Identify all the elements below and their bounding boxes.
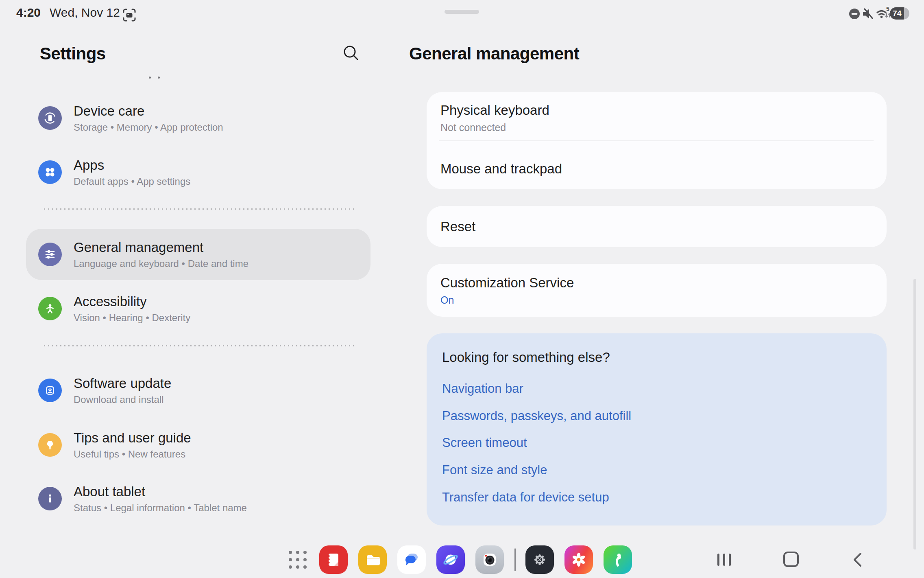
device-care-icon [38,106,62,130]
mouse-trackpad-row[interactable]: Mouse and trackpad [440,161,873,177]
customization-card[interactable]: Customization Service On [427,264,887,317]
app-gallery[interactable] [564,545,593,574]
messages-icon [402,550,421,569]
item-subtitle: Language and keyboard • Date and time [74,258,248,270]
suggestions-card: Looking for something else? Navigation b… [427,333,887,525]
search-icon[interactable] [341,43,361,64]
item-title: Software update [74,375,171,392]
item-title: About tablet [74,484,247,500]
battery-percent: 74 [892,9,901,18]
page-title: General management [409,44,579,63]
home-button[interactable] [783,552,799,567]
item-title: General management [74,239,248,256]
row-title: Mouse and trackpad [440,161,873,177]
screen-capture-icon[interactable] [122,8,137,24]
wifi-icon: 5 [874,6,891,23]
row-title: Reset [440,219,475,234]
app-camera[interactable] [475,545,504,574]
lightbulb-icon [38,433,62,457]
sidebar-item-general-management[interactable]: General management Language and keyboard… [26,229,370,280]
sidebar-item-tips[interactable]: Tips and user guide Useful tips • New fe… [38,425,191,464]
accessibility-icon [38,297,62,320]
sidebar-item-about-tablet[interactable]: About tablet Status • Legal information … [38,479,247,518]
row-title: Customization Service [440,275,873,291]
row-status: On [440,294,873,306]
gear-icon [531,551,549,569]
sidebar-item-accessibility[interactable]: Accessibility Vision • Hearing • Dexteri… [38,289,190,328]
taskbar-divider [514,548,516,571]
link-transfer-data[interactable]: Transfer data for device setup [442,490,609,505]
item-title: Apps [74,157,190,173]
item-subtitle: Storage • Memory • App protection [74,121,223,134]
settings-title: Settings [40,44,106,63]
row-status: Not connected [440,122,873,134]
item-title: Tips and user guide [74,430,191,446]
notes-icon [325,551,342,569]
sidebar-item-apps[interactable]: Apps Default apps • App settings [38,153,190,192]
wifi-5-label: 5 [886,6,889,12]
do-not-disturb-icon [848,8,861,22]
reset-card[interactable]: Reset [427,206,887,247]
app-samsung-internet[interactable] [436,545,465,574]
status-date: Wed, Nov 12 [50,6,120,20]
item-subtitle: Download and install [74,394,171,406]
item-subtitle: Vision • Hearing • Dexterity [74,312,190,324]
mute-icon [861,7,874,22]
item-subtitle: Useful tips • New features [74,448,191,460]
software-update-icon [38,379,62,402]
item-title: Accessibility [74,293,190,310]
window-drag-handle[interactable] [445,10,479,14]
app-drawer-button[interactable] [283,545,312,574]
camera-icon [480,550,499,569]
back-button[interactable] [852,552,863,569]
recents-button[interactable] [717,554,731,566]
battery-indicator: 74 [890,7,909,20]
clipped-item-dot [158,77,160,79]
link-navigation-bar[interactable]: Navigation bar [442,381,523,396]
folder-icon [364,551,381,569]
clipped-item-dot [149,77,151,79]
row-title: Physical keyboard [440,103,873,118]
internet-planet-icon [441,550,460,569]
info-icon [38,487,62,510]
flower-icon [570,551,588,569]
item-subtitle: Status • Legal information • Tablet name [74,502,247,514]
link-screen-timeout[interactable]: Screen timeout [442,436,527,450]
apps-icon [38,160,62,184]
scrollbar[interactable] [913,279,916,550]
sidebar-item-device-care[interactable]: Device care Storage • Memory • App prote… [38,99,223,138]
app-samsung-health[interactable] [604,545,632,574]
general-management-icon [38,243,62,266]
list-divider [44,345,354,346]
card-divider [439,140,874,141]
app-my-files[interactable] [358,545,387,574]
item-subtitle: Default apps • App settings [74,175,190,188]
link-font-size-style[interactable]: Font size and style [442,463,547,477]
app-settings[interactable] [525,545,554,574]
suggestions-title: Looking for something else? [442,350,610,365]
physical-keyboard-row[interactable]: Physical keyboard Not connected [440,103,873,134]
item-title: Device care [74,103,223,119]
back-chevron-icon [852,552,863,567]
keyboard-card: Physical keyboard Not connected Mouse an… [427,92,887,189]
app-drawer-icon [289,551,307,569]
link-passwords-passkeys-autofill[interactable]: Passwords, passkeys, and autofill [442,409,631,423]
sidebar-item-software-update[interactable]: Software update Download and install [38,371,171,410]
list-divider [44,208,354,210]
status-time: 4:20 [16,6,41,20]
app-samsung-notes[interactable] [319,545,348,574]
app-messages[interactable] [397,545,426,574]
health-runner-icon [609,551,627,569]
